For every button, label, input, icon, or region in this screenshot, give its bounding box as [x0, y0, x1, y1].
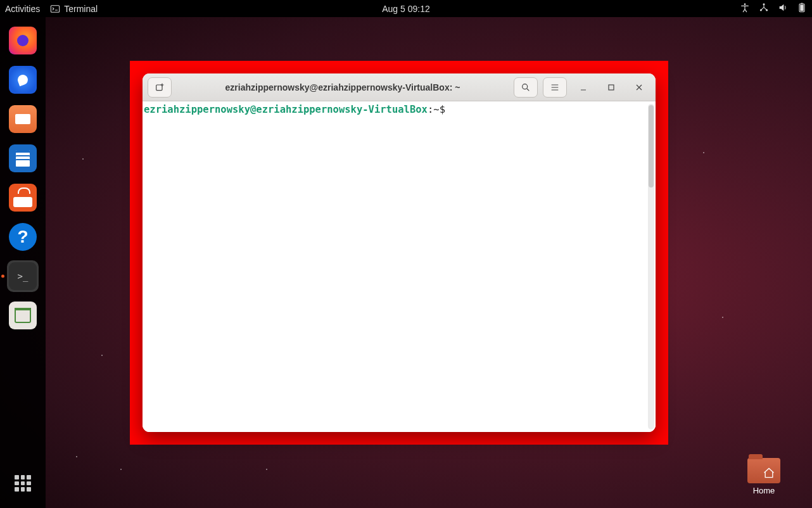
terminal-app-icon [9, 262, 37, 290]
trash-icon [9, 302, 37, 329]
svg-rect-8 [156, 85, 162, 91]
dock-item-files[interactable] [7, 103, 39, 135]
dock-item-help[interactable]: ? [7, 221, 39, 253]
search-button[interactable] [514, 77, 538, 98]
dock-item-trash[interactable] [7, 300, 39, 331]
thunderbird-icon [9, 66, 37, 94]
dock-item-terminal[interactable] [7, 260, 39, 292]
terminal-icon [50, 4, 60, 14]
search-icon [521, 82, 531, 92]
new-tab-button[interactable] [148, 77, 172, 98]
wallpaper-star [722, 317, 723, 318]
svg-rect-10 [609, 85, 614, 90]
hamburger-menu-button[interactable] [543, 77, 567, 98]
svg-rect-0 [51, 5, 60, 12]
wallpaper-star [266, 469, 267, 470]
files-icon [9, 105, 37, 133]
hamburger-icon [550, 82, 560, 92]
battery-icon[interactable] [797, 3, 807, 15]
activities-button[interactable]: Activities [5, 4, 40, 14]
wallpaper-star [120, 469, 122, 470]
prompt-user-host: ezriahzippernowsky@ezriahzippernowsky-Vi… [144, 104, 428, 115]
terminal-body[interactable]: ezriahzippernowsky@ezriahzippernowsky-Vi… [143, 101, 656, 432]
network-icon[interactable] [759, 3, 769, 15]
window-maximize-button[interactable] [600, 77, 623, 98]
terminal-scrollbar[interactable] [648, 104, 654, 429]
active-app-menu[interactable]: Terminal [50, 4, 98, 14]
window-close-button[interactable] [628, 77, 650, 98]
accessibility-icon[interactable] [740, 3, 750, 15]
prompt-separator: : [428, 104, 433, 115]
dock-item-firefox[interactable] [7, 25, 39, 56]
firefox-icon [9, 27, 37, 54]
active-app-label: Terminal [64, 4, 98, 14]
window-titlebar[interactable]: ezriahzippernowsky@ezriahzippernowsky-Vi… [143, 73, 656, 101]
apps-grid-icon [15, 475, 31, 492]
dock-item-software[interactable] [7, 182, 39, 213]
maximize-icon [606, 82, 616, 92]
desktop-icon-label: Home [753, 486, 775, 495]
wallpaper-star [101, 355, 103, 356]
ubuntu-software-icon [9, 184, 37, 212]
clock[interactable]: Aug 5 09:12 [382, 4, 430, 14]
desktop-icon-home[interactable]: Home [742, 458, 785, 495]
window-title: ezriahzippernowsky@ezriahzippernowsky-Vi… [177, 82, 509, 92]
show-applications-button[interactable] [7, 467, 39, 499]
window-minimize-button[interactable] [572, 77, 595, 98]
highlight-frame: ezriahzippernowsky@ezriahzippernowsky-Vi… [130, 61, 668, 445]
svg-point-9 [523, 84, 528, 89]
terminal-window[interactable]: ezriahzippernowsky@ezriahzippernowsky-Vi… [143, 73, 656, 432]
svg-point-2 [763, 3, 764, 5]
home-folder-icon [747, 458, 780, 483]
dock-item-writer[interactable] [7, 143, 39, 174]
new-tab-icon [155, 82, 165, 92]
wallpaper-star [76, 456, 77, 457]
svg-rect-6 [801, 3, 803, 4]
volume-icon[interactable] [778, 3, 788, 15]
minimize-icon [578, 82, 588, 92]
dock-item-thunderbird[interactable] [7, 64, 39, 96]
prompt-path: ~ [433, 104, 439, 115]
close-icon [634, 82, 644, 92]
help-icon: ? [9, 223, 37, 251]
svg-point-1 [744, 3, 746, 5]
svg-rect-7 [800, 4, 803, 11]
libreoffice-writer-icon [9, 144, 37, 172]
wallpaper-star [82, 158, 84, 160]
top-bar: Activities Terminal Aug 5 09:12 [0, 0, 812, 17]
dock: ? [0, 17, 46, 508]
prompt-dollar: $ [440, 104, 445, 115]
wallpaper-star [703, 152, 704, 153]
